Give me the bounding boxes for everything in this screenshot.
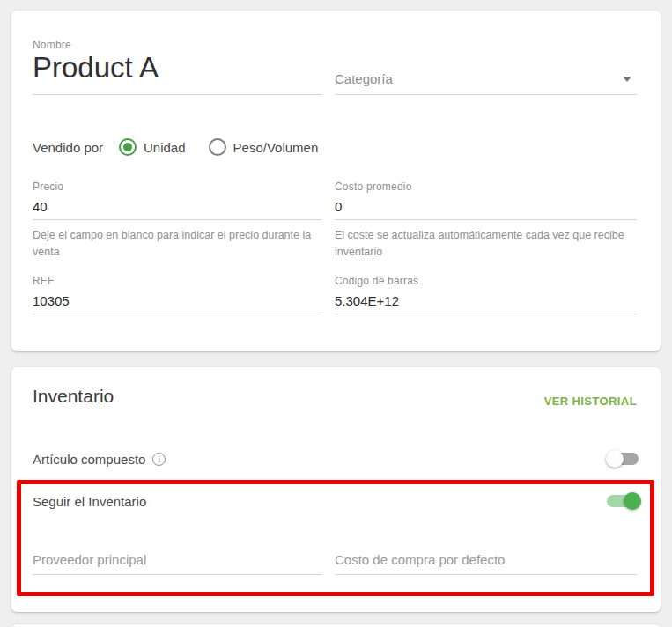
- price-helper-text: Deje el campo en blanco para indicar el …: [33, 227, 329, 262]
- toggle-knob: [606, 450, 624, 468]
- sold-by-label: Vendido por: [33, 140, 119, 155]
- category-select[interactable]: Categoría: [335, 65, 637, 95]
- default-cost-field: [335, 543, 637, 575]
- supplier-input[interactable]: [33, 552, 322, 574]
- avg-cost-input[interactable]: [335, 199, 637, 222]
- ref-input[interactable]: [33, 293, 322, 316]
- inventory-card: Inventario VER HISTORIAL Artículo compue…: [11, 367, 661, 612]
- radio-label-unidad: Unidad: [144, 140, 186, 155]
- price-input[interactable]: [33, 199, 322, 222]
- price-label: Precio: [33, 181, 322, 193]
- track-inventory-label: Seguir el Inventario: [33, 494, 146, 509]
- default-cost-input[interactable]: [335, 552, 637, 574]
- name-field-label: Nombre: [33, 39, 71, 51]
- barcode-label: Código de barras: [335, 275, 637, 287]
- radio-option-unidad[interactable]: Unidad: [119, 138, 186, 156]
- composite-item-row: Artículo compuesto i: [33, 449, 639, 468]
- avg-cost-label: Costo promedio: [335, 181, 637, 193]
- category-placeholder: Categoría: [335, 71, 393, 94]
- composite-item-label-text: Artículo compuesto: [33, 452, 145, 467]
- info-icon[interactable]: i: [152, 453, 166, 466]
- ref-label: REF: [33, 275, 322, 287]
- barcode-field: Código de barras: [335, 275, 637, 314]
- composite-item-label: Artículo compuesto i: [33, 452, 166, 467]
- composite-item-toggle[interactable]: [607, 453, 639, 465]
- inventory-title: Inventario: [33, 386, 114, 407]
- name-field: [33, 51, 322, 95]
- name-input[interactable]: [33, 51, 322, 92]
- price-field: Precio: [33, 181, 322, 220]
- sold-by-row: Vendido por Unidad Peso/Volumen: [33, 137, 318, 157]
- avg-cost-field: Costo promedio: [335, 181, 637, 220]
- radio-label-peso-volumen: Peso/Volumen: [233, 140, 319, 155]
- track-inventory-toggle[interactable]: [607, 495, 639, 507]
- supplier-field: [33, 543, 322, 575]
- toggle-knob: [624, 492, 641, 510]
- avg-cost-helper-text: El coste se actualiza automáticamente ca…: [335, 227, 641, 262]
- product-details-card: Nombre Categoría Vendido por Unidad Peso…: [11, 11, 661, 351]
- radio-option-peso-volumen[interactable]: Peso/Volumen: [209, 138, 319, 156]
- radio-selected-icon[interactable]: [119, 138, 137, 156]
- barcode-input[interactable]: [335, 293, 637, 316]
- track-inventory-row: Seguir el Inventario: [33, 491, 639, 511]
- chevron-down-icon: [623, 77, 631, 82]
- view-history-link[interactable]: VER HISTORIAL: [544, 395, 637, 408]
- ref-field: REF: [33, 275, 322, 314]
- radio-unselected-icon[interactable]: [209, 138, 226, 156]
